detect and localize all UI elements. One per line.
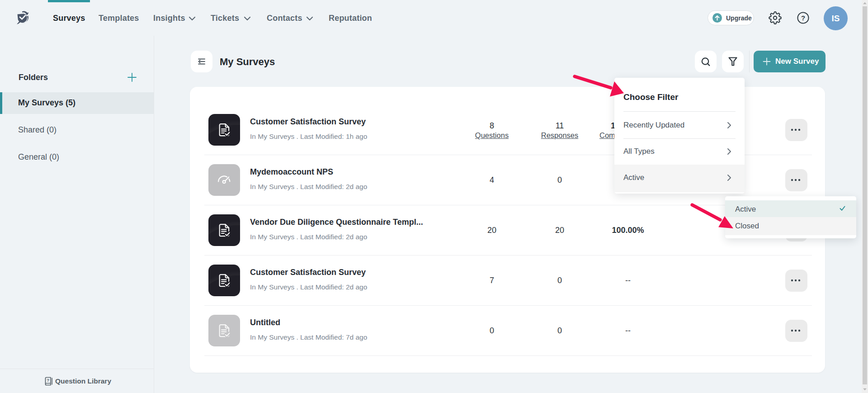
svg-text:?: ?	[47, 378, 49, 383]
svg-text:?: ?	[801, 14, 805, 22]
